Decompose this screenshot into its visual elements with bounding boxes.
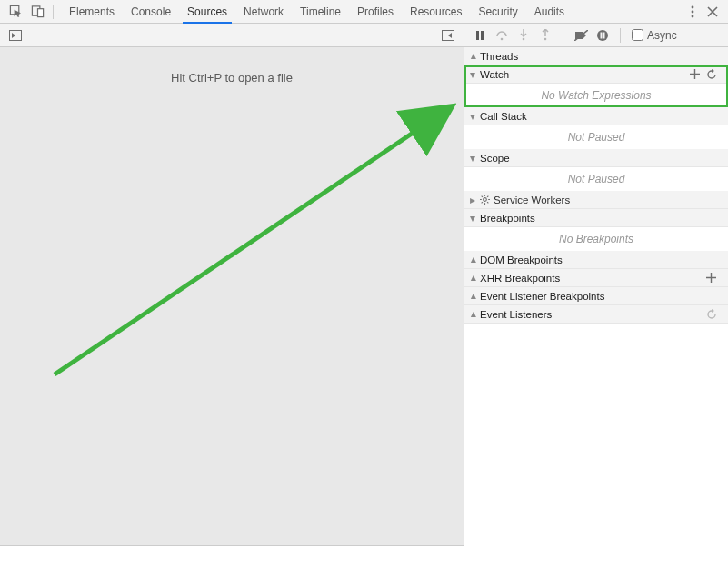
- xhr-breakpoints-header[interactable]: ▸ XHR Breakpoints: [464, 269, 728, 287]
- add-watch-icon[interactable]: [690, 69, 706, 79]
- chevron-right-icon: ▸: [468, 195, 477, 205]
- breakpoints-header[interactable]: ▾ Breakpoints: [464, 209, 728, 227]
- chevron-down-icon: ▾: [468, 154, 477, 163]
- callstack-label: Call Stack: [480, 111, 527, 122]
- refresh-event-listeners-icon[interactable]: [706, 309, 723, 320]
- watch-header[interactable]: ▾ Watch: [464, 65, 728, 84]
- secondary-toolbar: Async: [0, 24, 728, 47]
- pause-script-icon[interactable]: [470, 25, 490, 45]
- watch-label: Watch: [480, 69, 509, 80]
- svg-point-3: [692, 5, 694, 8]
- threads-label: Threads: [480, 51, 518, 62]
- async-checkbox[interactable]: Async: [632, 29, 677, 42]
- svg-point-14: [597, 30, 608, 41]
- chevron-right-icon: ▸: [468, 255, 477, 265]
- svg-point-11: [523, 38, 525, 41]
- panel-tabs: ElementsConsoleSourcesNetworkTimelinePro…: [61, 0, 573, 23]
- event-listener-breakpoints-header[interactable]: ▸ Event Listener Breakpoints: [464, 287, 728, 305]
- add-xhr-breakpoint-icon[interactable]: [706, 273, 723, 283]
- more-menu-icon[interactable]: [683, 2, 703, 22]
- chevron-right-icon: ▸: [468, 52, 477, 61]
- tab-elements[interactable]: Elements: [61, 0, 123, 23]
- chevron-down-icon: ▾: [468, 214, 477, 223]
- callstack-empty-text: Not Paused: [464, 125, 728, 149]
- tab-timeline[interactable]: Timeline: [292, 0, 349, 23]
- dom-breakpoints-header[interactable]: ▸ DOM Breakpoints: [464, 251, 728, 269]
- tab-audits[interactable]: Audits: [526, 0, 573, 23]
- svg-rect-16: [603, 32, 605, 38]
- service-workers-row[interactable]: ▸ Service Workers: [464, 191, 728, 209]
- tab-resources[interactable]: Resources: [402, 0, 470, 23]
- svg-point-12: [544, 38, 547, 41]
- xhr-breakpoints-label: XHR Breakpoints: [480, 273, 560, 284]
- debugger-sidebar: ▸ Threads ▾ Watch No Watch Expressions ▾: [464, 47, 728, 569]
- tab-console[interactable]: Console: [123, 0, 179, 23]
- devtools-top-toolbar: ElementsConsoleSourcesNetworkTimelinePro…: [0, 0, 728, 24]
- divider: [620, 28, 621, 43]
- event-listeners-label: Event Listeners: [480, 309, 552, 320]
- tab-security[interactable]: Security: [470, 0, 525, 23]
- chevron-down-icon: ▾: [468, 112, 477, 121]
- breakpoints-label: Breakpoints: [480, 213, 535, 224]
- tab-sources[interactable]: Sources: [179, 0, 235, 23]
- show-debugger-icon[interactable]: [438, 25, 458, 45]
- pause-on-exceptions-icon[interactable]: [593, 25, 613, 45]
- async-label: Async: [647, 29, 677, 42]
- svg-line-23: [482, 196, 483, 197]
- main-area: Hit Ctrl+P to open a file ▸ Threads ▾ Wa…: [0, 47, 728, 569]
- close-devtools-icon[interactable]: [703, 2, 723, 22]
- tab-profiles[interactable]: Profiles: [349, 0, 402, 23]
- inspect-element-icon[interactable]: [5, 2, 25, 22]
- chevron-right-icon: ▸: [468, 310, 477, 319]
- watch-body: No Watch Expressions: [464, 84, 728, 107]
- svg-point-18: [484, 198, 487, 202]
- tab-network[interactable]: Network: [235, 0, 292, 23]
- scope-empty-text: Not Paused: [464, 167, 728, 191]
- step-over-icon[interactable]: [492, 25, 512, 45]
- gear-icon: [480, 195, 490, 205]
- threads-header[interactable]: ▸ Threads: [464, 47, 728, 65]
- scope-body: Not Paused: [464, 167, 728, 191]
- svg-point-5: [692, 15, 694, 17]
- device-toggle-icon[interactable]: [27, 2, 47, 22]
- chevron-down-icon: ▾: [468, 70, 477, 79]
- scope-header[interactable]: ▾ Scope: [464, 149, 728, 167]
- editor-pane: Hit Ctrl+P to open a file: [0, 47, 464, 569]
- event-listener-breakpoints-label: Event Listener Breakpoints: [480, 291, 604, 302]
- refresh-watch-icon[interactable]: [706, 69, 723, 80]
- svg-point-4: [692, 10, 694, 13]
- divider: [53, 5, 54, 19]
- annotation-arrow: [45, 93, 464, 393]
- service-workers-label: Service Workers: [494, 195, 570, 205]
- svg-rect-2: [37, 9, 43, 17]
- svg-line-26: [482, 202, 483, 203]
- open-file-hint: Hit Ctrl+P to open a file: [0, 71, 464, 85]
- scope-label: Scope: [480, 153, 510, 164]
- chevron-right-icon: ▸: [468, 274, 477, 283]
- event-listeners-header[interactable]: ▸ Event Listeners: [464, 305, 728, 324]
- watch-empty-text: No Watch Expressions: [464, 84, 728, 107]
- svg-point-10: [501, 37, 504, 40]
- breakpoints-empty-text: No Breakpoints: [464, 227, 728, 251]
- breakpoints-body: No Breakpoints: [464, 227, 728, 251]
- dom-breakpoints-label: DOM Breakpoints: [480, 255, 563, 265]
- svg-rect-9: [481, 31, 484, 40]
- svg-rect-15: [601, 32, 603, 38]
- chevron-right-icon: ▸: [468, 292, 477, 301]
- step-into-icon[interactable]: [514, 25, 534, 45]
- editor-bottom-strip: [0, 545, 464, 569]
- svg-line-25: [487, 196, 488, 197]
- deactivate-breakpoints-icon[interactable]: [571, 25, 591, 45]
- svg-line-24: [487, 202, 488, 203]
- step-out-icon[interactable]: [535, 25, 555, 45]
- watch-highlight-box: ▾ Watch No Watch Expressions: [464, 65, 728, 107]
- divider: [563, 28, 563, 43]
- callstack-header[interactable]: ▾ Call Stack: [464, 107, 728, 125]
- svg-line-17: [55, 111, 445, 374]
- show-navigator-icon[interactable]: [5, 25, 25, 45]
- callstack-body: Not Paused: [464, 125, 728, 149]
- svg-rect-8: [476, 31, 479, 40]
